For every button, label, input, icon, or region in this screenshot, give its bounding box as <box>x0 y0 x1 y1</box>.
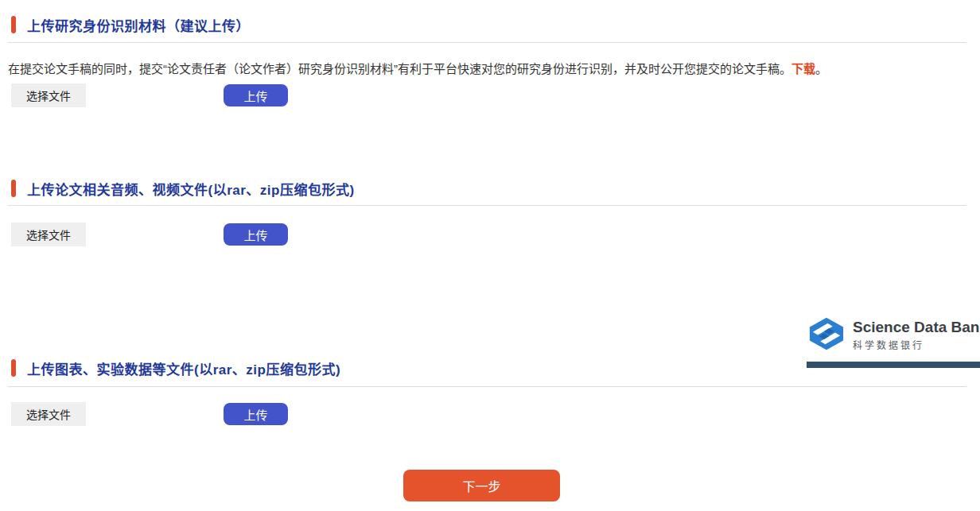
section-audio-video-files: 上传论文相关音频、视频文件(以rar、zip压缩包形式) 选择文件 上传 <box>0 179 980 198</box>
section-divider <box>8 205 966 206</box>
upload-button[interactable]: 上传 <box>224 84 288 106</box>
section-description: 在提交论文手稿的同时，提交“论文责任者（论文作者）研究身份识别材料”有利于平台快… <box>8 60 972 77</box>
choose-file-button[interactable]: 选择文件 <box>11 83 86 107</box>
upload-controls-row: 选择文件 上传 <box>0 83 980 107</box>
choose-file-button[interactable]: 选择文件 <box>11 223 86 246</box>
next-step-button[interactable]: 下一步 <box>403 470 560 501</box>
description-text: 在提交论文手稿的同时，提交“论文责任者（论文作者）研究身份识别材料”有利于平台快… <box>8 62 791 75</box>
upload-button[interactable]: 上传 <box>224 403 288 425</box>
footer-accent-bar <box>807 362 980 368</box>
section-title: 上传研究身份识别材料（建议上传） <box>27 15 250 35</box>
section-header: 上传论文相关音频、视频文件(以rar、zip压缩包形式) <box>0 179 980 198</box>
choose-file-button[interactable]: 选择文件 <box>11 402 86 426</box>
logo-text: Science Data Bank 科学数据银行 <box>853 319 980 352</box>
science-data-bank-logo: Science Data Bank 科学数据银行 <box>807 315 980 356</box>
section-divider <box>8 386 966 387</box>
science-data-bank-logo-icon <box>807 315 846 356</box>
logo-chinese-name: 科学数据银行 <box>853 338 980 351</box>
section-accent-bar <box>11 180 16 197</box>
upload-page: 上传研究身份识别材料（建议上传） 在提交论文手稿的同时，提交“论文责任者（论文作… <box>0 0 980 511</box>
section-accent-bar <box>11 359 16 377</box>
logo-wordmark: Science Data Bank <box>853 319 980 336</box>
section-identity-materials: 上传研究身份识别材料（建议上传） 在提交论文手稿的同时，提交“论文责任者（论文作… <box>0 15 980 34</box>
section-accent-bar <box>11 16 16 33</box>
section-title: 上传论文相关音频、视频文件(以rar、zip压缩包形式) <box>27 179 355 199</box>
description-suffix: 。 <box>815 62 827 75</box>
section-header: 上传研究身份识别材料（建议上传） <box>0 15 980 34</box>
section-divider <box>8 42 966 43</box>
upload-controls-row: 选择文件 上传 <box>0 223 980 246</box>
upload-controls-row: 选择文件 上传 <box>0 402 980 426</box>
upload-button[interactable]: 上传 <box>224 223 288 246</box>
section-title: 上传图表、实验数据等文件(以rar、zip压缩包形式) <box>27 358 340 378</box>
download-link[interactable]: 下载 <box>791 62 815 75</box>
